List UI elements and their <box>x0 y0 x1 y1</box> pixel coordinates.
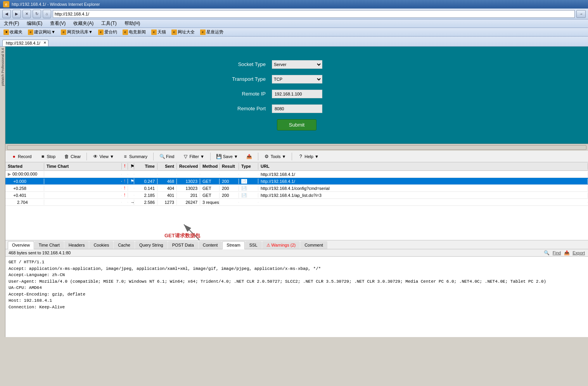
cell-started-4: +0.401 <box>5 193 44 198</box>
col-method[interactable]: Method <box>200 163 220 170</box>
menu-tools[interactable]: 工具(T) <box>100 20 118 27</box>
export-status-button[interactable]: Export <box>572 250 585 255</box>
col-started[interactable]: Started <box>5 163 44 170</box>
col-excl[interactable]: ! <box>122 163 128 170</box>
fav-collection[interactable]: ★ 收藏夹 <box>2 29 24 35</box>
find-status-button[interactable]: Find <box>553 250 561 255</box>
fav-news-feed-label: 网页快讯库▼ <box>67 29 93 35</box>
remote-ip-input[interactable] <box>272 90 322 98</box>
main-wrapper: pWatch Professional 9.4 Socket Type Serv… <box>0 47 588 337</box>
clear-button[interactable]: 🗑 Clear <box>61 153 84 160</box>
address-input[interactable] <box>53 10 575 18</box>
col-url[interactable]: URL <box>258 163 588 170</box>
tab-overview[interactable]: Overview <box>8 241 34 249</box>
cell-recv-3: 13023 <box>177 186 200 191</box>
go-button[interactable]: → <box>576 10 586 18</box>
session-row-1[interactable]: ▶00:00:00.000 http://192.168.4.1/ <box>5 171 588 178</box>
col-type[interactable]: Type <box>239 163 258 170</box>
fav-suggest[interactable]: e 建议网站▼ <box>27 29 57 35</box>
fav-news-feed-icon: e <box>61 30 66 35</box>
col-result[interactable]: Result <box>220 163 239 170</box>
fiddler-toolbar: ● Record ■ Stop 🗑 Clear 👁 View ▼ <box>5 151 588 162</box>
menu-help[interactable]: 帮助(H) <box>123 20 142 27</box>
help-button[interactable]: ? Help ▼ <box>294 153 322 160</box>
remote-port-input[interactable] <box>272 104 322 113</box>
content-area[interactable]: GET / HTTP/1.1 Accept: application/x-ms-… <box>5 257 588 337</box>
transport-type-select[interactable]: TCP UDP <box>272 75 322 83</box>
tab-headers[interactable]: Headers <box>64 241 89 249</box>
browser-tab-main[interactable]: http://192.168.4.1/ ✕ <box>2 40 48 46</box>
horizontal-scrollbar[interactable] <box>7 145 586 150</box>
fav-aitech[interactable]: e 爱台钓 <box>97 29 118 35</box>
session-row-3[interactable]: +0.258 ! 0.141 404 13023 GET 200 📄 h <box>5 185 588 192</box>
fav-news-feed[interactable]: e 网页快讯库▼ <box>60 29 94 35</box>
menu-file[interactable]: 文件(F) <box>2 20 21 27</box>
cell-flag-3 <box>128 188 134 189</box>
home-button[interactable]: ⌂ <box>43 10 51 18</box>
col-recv[interactable]: Received <box>177 163 200 170</box>
save-button[interactable]: 💾 Save ▼ <box>213 153 242 160</box>
forward-button[interactable]: ▶ <box>12 10 21 18</box>
fav-tmall[interactable]: e 天猫 <box>150 29 167 35</box>
find-toolbar-button[interactable]: 🔍 Find <box>156 153 178 160</box>
view-icon: 👁 <box>93 154 98 159</box>
fav-egaming[interactable]: e 电竞新闻 <box>121 29 147 35</box>
ie-icon: e <box>3 1 9 7</box>
remote-port-row: Remote Port <box>215 104 378 113</box>
session-row-summary[interactable]: 2.704 → 2.586 1273 26247 3 requests <box>5 199 588 206</box>
filter-button[interactable]: ▽ Filter ▼ <box>179 153 208 160</box>
form-container: Socket Type Server Client Transport Type… <box>200 52 394 138</box>
submit-button[interactable]: Submit <box>277 119 316 130</box>
fav-webdaiquan[interactable]: e 网址大全 <box>170 29 196 35</box>
tab-close-button[interactable]: ✕ <box>43 41 47 45</box>
cell-method-sum: 3 requests <box>200 200 220 205</box>
col-time[interactable]: Time <box>134 163 157 170</box>
socket-type-select[interactable]: Server Client <box>272 60 322 69</box>
cell-sent-1 <box>157 174 177 175</box>
horizontal-scroll-area <box>5 144 588 151</box>
browser-titlebar: e http://192.168.4.1/ - Windows Internet… <box>0 0 588 9</box>
stop-nav-button[interactable]: ✕ <box>22 10 31 18</box>
sessions-panel: Started Time Chart ! ⚑ Time Sent Receive… <box>5 162 588 209</box>
filter-icon: ▽ <box>183 154 188 159</box>
session-row-4[interactable]: +0.401 ! 2.185 401 201 GET 200 📄 http://… <box>5 192 588 199</box>
view-label: View <box>99 154 109 159</box>
summary-button[interactable]: ≡ Summary <box>119 153 151 160</box>
fav-suggest-icon: e <box>28 30 33 35</box>
tab-comment[interactable]: Comment <box>300 241 327 249</box>
socket-type-label: Socket Type <box>215 61 266 67</box>
menu-edit[interactable]: 编辑(E) <box>25 20 44 27</box>
menu-view[interactable]: 查看(V) <box>48 20 67 27</box>
fav-egaming-icon: e <box>123 30 128 35</box>
col-sent[interactable]: Sent <box>157 163 177 170</box>
webpage-panel: Socket Type Server Client Transport Type… <box>5 47 588 144</box>
export-button[interactable]: 📤 <box>243 153 256 160</box>
session-row-2[interactable]: +0.000 ! ⚑ 0.247 468 13023 GET 200 📄 <box>5 178 588 185</box>
sep1 <box>86 153 87 160</box>
col-flag[interactable]: ⚑ <box>128 163 134 170</box>
cell-url-4: http://192.168.4.1/ap_list.do?i=3 <box>258 193 588 198</box>
cell-sent-sum: 1273 <box>157 200 177 205</box>
summary-label: Summary <box>129 154 147 159</box>
cell-sent-3: 404 <box>157 186 177 191</box>
fav-collection-icon: ★ <box>3 30 9 35</box>
find-toolbar-icon: 🔍 <box>159 154 165 159</box>
tools-button[interactable]: ⚙ Tools ▼ <box>261 153 290 160</box>
stop-button[interactable]: ■ Stop <box>36 153 59 160</box>
tab-timechart[interactable]: Time Chart <box>35 241 64 249</box>
cell-time-3: 0.141 <box>134 186 157 191</box>
favorites-bar: ★ 收藏夹 e 建议网站▼ e 网页快讯库▼ e 爱台钓 e 电竞新闻 e 天猫… <box>0 28 588 37</box>
fav-aitech-label: 爱台钓 <box>104 29 117 35</box>
fav-horoscope[interactable]: e 星座运势 <box>199 29 225 35</box>
menu-favorites[interactable]: 收藏夹(A) <box>72 20 95 27</box>
back-button[interactable]: ◀ <box>2 10 11 18</box>
record-button[interactable]: ● Record <box>8 153 35 160</box>
filter-dropdown-icon: ▼ <box>200 154 204 159</box>
status-actions: 🔍 Find 📤 Export <box>544 250 585 256</box>
col-timechart[interactable]: Time Chart <box>44 163 122 170</box>
status-bar: 468 bytes sent to 192.168.4.1:80 🔍 Find … <box>5 249 588 257</box>
view-button[interactable]: 👁 View ▼ <box>89 153 118 160</box>
refresh-button[interactable]: ↻ <box>33 10 41 18</box>
cell-excl-sum <box>122 202 128 203</box>
tab-cookies[interactable]: Cookies <box>89 241 113 249</box>
